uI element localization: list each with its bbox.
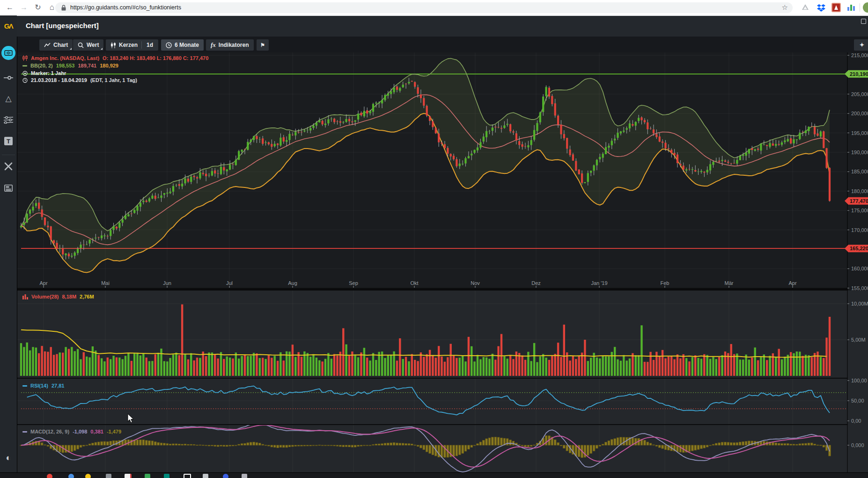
volume-legend[interactable]: Volume(28) 8,18M 2,76M [22, 294, 94, 299]
text-tool-icon: T [4, 137, 13, 145]
macd-hist-value: -1,479 [107, 429, 121, 434]
bookmark-button[interactable]: ⚑ [257, 39, 269, 51]
range-button[interactable]: 6 Monate [161, 39, 204, 51]
svg-text:190,000: 190,000 [851, 149, 868, 155]
macd-legend[interactable]: MACD(12, 26, 9) -1,098 0,381 -1,479 [22, 429, 121, 434]
taskbar-app-icon[interactable] [223, 474, 228, 478]
volume-ma-value: 2,76M [80, 294, 94, 299]
taskbar-app-icon[interactable] [164, 474, 169, 478]
drive-extension-icon[interactable] [801, 3, 811, 13]
svg-text:100,00: 100,00 [851, 378, 867, 383]
kerzen-button-label: Kerzen [119, 42, 138, 48]
lock-icon [61, 5, 66, 11]
sidebar-item-text[interactable]: T [0, 137, 17, 147]
interval-button[interactable]: 1d [141, 42, 158, 48]
bb-upper-value: 198,553 [56, 63, 75, 68]
bb-lower-value: 180,929 [100, 63, 118, 68]
svg-text:160,000: 160,000 [851, 266, 868, 271]
svg-text:215,000: 215,000 [851, 52, 868, 58]
sidebar-item-tune[interactable] [0, 116, 17, 126]
os-taskbar[interactable] [0, 472, 868, 478]
fx-icon: fx [211, 41, 216, 49]
svg-text:0,000: 0,000 [851, 442, 864, 448]
range-button-label: 6 Monate [175, 42, 199, 48]
taskbar-app-icon[interactable] [242, 474, 247, 478]
sidebar-item-tools[interactable] [0, 162, 17, 172]
svg-text:Okt: Okt [410, 280, 418, 286]
taskbar-app-icon[interactable] [184, 474, 191, 478]
url-text: https://go.guidants.com/#c/so_funktionie… [70, 4, 181, 11]
taskbar-app-icon[interactable] [68, 474, 74, 478]
svg-text:Feb: Feb [661, 280, 669, 286]
svg-text:Dez: Dez [531, 280, 541, 286]
svg-text:50,00: 50,00 [851, 398, 864, 403]
svg-text:Sep: Sep [349, 280, 358, 286]
price-legend[interactable]: Amgen Inc. (NASDAQ, Last) O: 183,240 H: … [22, 55, 208, 61]
kerzen-interval-group: Kerzen 1d [106, 39, 158, 51]
magic-button[interactable]: ✦ [854, 39, 868, 51]
chart-toolbar: Chart Wert Kerzen 1d 6 Monate fx [17, 37, 868, 52]
widget-titlebar: Chart [ungespeichert] [17, 15, 868, 37]
back-icon[interactable]: ← [4, 1, 16, 14]
analytics-extension-icon[interactable] [846, 3, 857, 13]
instrument-name: Amgen Inc. (NASDAQ, Last) [31, 55, 99, 61]
taskbar-app-icon[interactable] [106, 474, 111, 478]
dropbox-extension-icon[interactable] [817, 3, 827, 13]
range-legend[interactable]: 21.03.2018 - 18.04.2019 (EDT, 1 Jahr, 1 … [22, 77, 137, 83]
reload-icon[interactable]: ↻ [32, 1, 44, 14]
rsi-swatch [22, 385, 27, 387]
taskbar-app-icon[interactable] [145, 474, 150, 478]
sidebar-item-contrast[interactable]: ◐ [0, 453, 17, 463]
contrast-icon: ◐ [6, 453, 11, 463]
rsi-value: 27,81 [51, 383, 65, 388]
svg-text:185,000: 185,000 [851, 169, 868, 174]
svg-text:Aug: Aug [288, 280, 297, 286]
bb-legend[interactable]: BB(20, 2) 198,553 189,741 180,929 [22, 63, 118, 68]
candlestick-icon [110, 42, 116, 48]
sidebar-item-slider[interactable] [0, 74, 17, 82]
svg-text:177,470: 177,470 [850, 198, 868, 204]
sparkle-icon: ✦ [860, 42, 864, 48]
svg-text:Apr: Apr [39, 280, 47, 286]
marker-legend[interactable]: Marker: 1 Jahr [22, 70, 66, 76]
macd-signal-value: 0,381 [90, 429, 103, 434]
bb-label: BB(20, 2) [30, 63, 53, 68]
chart-widget-icon [1, 46, 15, 60]
sidebar-item-triangle[interactable]: △ [0, 94, 17, 104]
interval-label: 1d [147, 42, 153, 48]
search-icon [78, 42, 84, 48]
guidants-logo[interactable]: GΛ [0, 15, 17, 37]
expand-icon[interactable] [861, 19, 866, 24]
wert-button-label: Wert [87, 42, 99, 48]
svg-text:10,00M: 10,00M [851, 301, 868, 306]
line-chart-icon [44, 43, 51, 48]
macd-label: MACD(12, 26, 9) [30, 429, 69, 434]
kerzen-button[interactable]: Kerzen [106, 42, 142, 48]
forward-icon[interactable]: → [18, 1, 30, 14]
rsi-legend[interactable]: RSI(14) 27,81 [22, 383, 64, 388]
sidebar-item-chart-active[interactable] [0, 46, 17, 62]
chart-type-button[interactable]: Chart [39, 39, 73, 51]
indikatoren-button[interactable]: fx Indikatoren [206, 39, 254, 51]
chart-canvas[interactable]: 215,000205,000200,000195,000190,000185,0… [0, 0, 868, 478]
bookmark-star-icon[interactable]: ☆ [782, 3, 788, 12]
taskbar-app-icon[interactable] [125, 474, 132, 478]
sidebar-item-layout[interactable] [0, 185, 17, 194]
acrobat-extension-icon[interactable] [831, 3, 842, 13]
url-bar[interactable]: https://go.guidants.com/#c/so_funktionie… [55, 2, 793, 13]
taskbar-app-icon[interactable] [47, 474, 52, 478]
svg-text:T: T [7, 138, 10, 145]
slider-icon [4, 75, 13, 81]
svg-text:Mär: Mär [725, 280, 734, 286]
svg-text:0,00: 0,00 [851, 418, 861, 424]
clock-icon [166, 42, 172, 48]
svg-text:195,000: 195,000 [851, 130, 868, 136]
taskbar-app-icon[interactable] [85, 474, 91, 478]
svg-text:Jan '19: Jan '19 [591, 280, 607, 286]
bb-swatch [22, 65, 27, 67]
chrome-divider [860, 3, 860, 12]
taskbar-app-icon[interactable] [203, 474, 208, 478]
marker-label: Marker: 1 Jahr [31, 70, 66, 76]
wert-button[interactable]: Wert [73, 39, 103, 51]
avatar[interactable] [863, 2, 868, 13]
